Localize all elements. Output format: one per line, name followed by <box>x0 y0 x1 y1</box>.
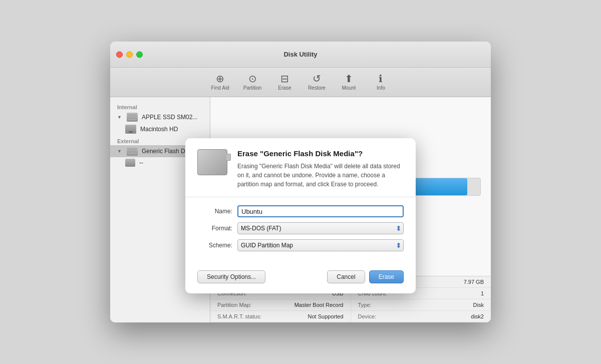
first-aid-button[interactable]: ⊕ First Aid <box>205 72 235 93</box>
modal-overlay: Erase "Generic Flash Disk Media"? Erasin… <box>110 123 491 322</box>
btn-group-right: Cancel Erase <box>327 270 404 283</box>
modal-divider <box>185 197 416 197</box>
partition-button[interactable]: ⊙ Partition <box>237 72 268 93</box>
partition-label: Partition <box>243 85 262 91</box>
scheme-form-row: Scheme: GUID Partition Map Master Boot R… <box>197 239 404 251</box>
ssd-icon <box>127 113 138 122</box>
info-label: Info <box>377 85 385 91</box>
scheme-select-wrapper: GUID Partition Map Master Boot Record Ap… <box>237 239 404 251</box>
format-select[interactable]: MS-DOS (FAT) ExFAT Mac OS Extended (Jour… <box>237 222 404 234</box>
name-input[interactable] <box>237 205 404 217</box>
first-aid-label: First Aid <box>211 85 229 91</box>
modal-title: Erase "Generic Flash Disk Media"? <box>237 149 404 158</box>
close-button[interactable] <box>116 51 123 58</box>
cancel-button[interactable]: Cancel <box>327 270 365 283</box>
erase-button[interactable]: ⊟ Erase <box>269 72 299 93</box>
restore-label: Restore <box>308 85 326 91</box>
titlebar: Disk Utility <box>110 42 491 68</box>
toolbar: ⊕ First Aid ⊙ Partition ⊟ Erase ↺ Restor… <box>110 68 491 97</box>
restore-icon: ↺ <box>313 74 321 84</box>
mount-button[interactable]: ⬆ Mount <box>334 72 364 93</box>
sidebar-item-label-ssd: APPLE SSD SM02... <box>142 114 197 121</box>
window-title: Disk Utility <box>283 51 317 58</box>
flash-drive-icon <box>197 149 227 175</box>
erase-dialog: Erase "Generic Flash Disk Media"? Erasin… <box>185 138 416 293</box>
scheme-select[interactable]: GUID Partition Map Master Boot Record Ap… <box>237 239 404 251</box>
traffic-lights <box>116 51 143 58</box>
restore-button[interactable]: ↺ Restore <box>302 72 332 93</box>
partition-icon: ⊙ <box>248 74 257 84</box>
modal-form: Name: Format: MS-DOS (FAT) ExFAT Mac OS … <box>185 205 416 264</box>
maximize-button[interactable] <box>136 51 143 58</box>
format-label: Format: <box>197 225 232 232</box>
erase-icon: ⊟ <box>280 74 289 84</box>
first-aid-icon: ⊕ <box>216 74 224 84</box>
info-button[interactable]: ℹ Info <box>366 72 396 93</box>
info-icon: ℹ <box>379 74 383 84</box>
modal-disk-icon <box>197 149 229 181</box>
modal-footer: Security Options... Cancel Erase <box>185 264 416 293</box>
name-label: Name: <box>197 208 232 215</box>
modal-title-area: Erase "Generic Flash Disk Media"? Erasin… <box>237 149 404 189</box>
mount-icon: ⬆ <box>345 74 353 84</box>
minimize-button[interactable] <box>126 51 133 58</box>
format-form-row: Format: MS-DOS (FAT) ExFAT Mac OS Extend… <box>197 222 404 234</box>
modal-description: Erasing "Generic Flash Disk Media" will … <box>237 162 404 189</box>
mount-label: Mount <box>342 85 356 91</box>
internal-section-header: Internal <box>110 101 210 111</box>
format-select-wrapper: MS-DOS (FAT) ExFAT Mac OS Extended (Jour… <box>237 222 404 234</box>
erase-label: Erase <box>278 85 291 91</box>
erase-button[interactable]: Erase <box>369 270 404 283</box>
modal-header: Erase "Generic Flash Disk Media"? Erasin… <box>185 138 416 197</box>
scheme-label: Scheme: <box>197 242 232 249</box>
sidebar-item-apple-ssd[interactable]: ▼ APPLE SSD SM02... <box>110 111 210 123</box>
name-form-row: Name: <box>197 205 404 217</box>
security-options-button[interactable]: Security Options... <box>197 270 265 283</box>
chevron-down-icon: ▼ <box>117 115 122 120</box>
